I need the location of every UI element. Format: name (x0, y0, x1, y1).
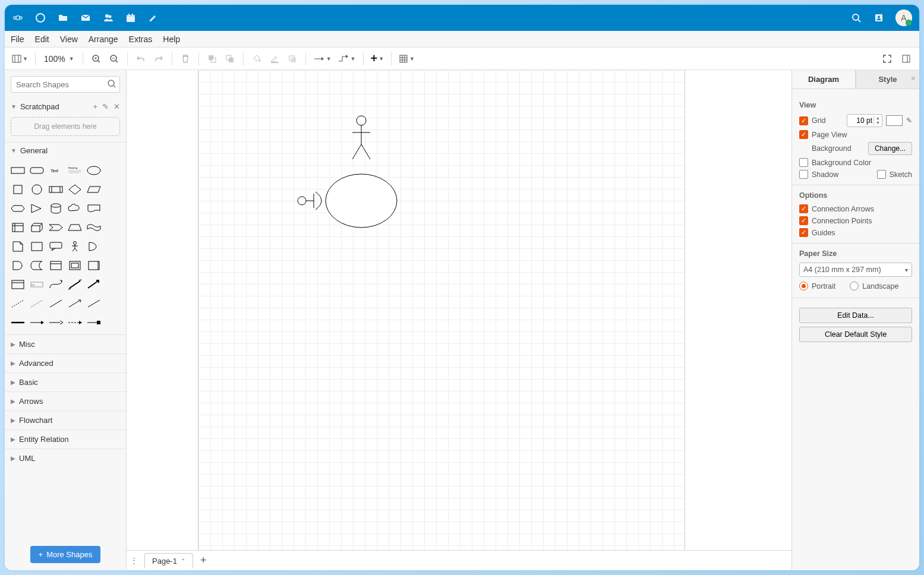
add-icon[interactable]: + (93, 102, 97, 111)
shape-blank8[interactable] (105, 295, 121, 312)
mail-icon[interactable] (80, 12, 92, 24)
shape-blank5[interactable] (105, 238, 121, 255)
shape-dblrect[interactable] (86, 257, 102, 274)
paper-size-select[interactable]: A4 (210 mm x 297 mm)▾ (799, 263, 912, 277)
shape-arrow[interactable] (86, 276, 102, 293)
shape-data-storage[interactable] (29, 257, 45, 274)
close-icon[interactable]: ✕ (113, 102, 120, 111)
to-front-icon[interactable] (204, 50, 220, 67)
menu-file[interactable]: File (11, 34, 24, 44)
shape-card[interactable] (29, 238, 45, 255)
clear-style-button[interactable]: Clear Default Style (799, 327, 912, 342)
conn-points-checkbox[interactable] (799, 216, 808, 225)
grid-color[interactable] (886, 115, 903, 126)
shape-or[interactable] (86, 238, 102, 255)
files-icon[interactable] (57, 12, 69, 24)
category-flowchart[interactable]: ▶Flowchart (5, 410, 126, 429)
view-dropdown[interactable]: ▼ (10, 50, 30, 67)
shape-blank2[interactable] (105, 181, 121, 198)
shape-dotted-line[interactable] (29, 295, 45, 312)
shape-trapezoid[interactable] (67, 219, 83, 236)
shape-hexagon[interactable] (10, 200, 26, 217)
scratchpad-dropzone[interactable]: Drag elements here (11, 117, 120, 136)
shape-triangle[interactable] (29, 200, 45, 217)
shape-list[interactable] (10, 276, 26, 293)
bgcolor-checkbox[interactable] (799, 158, 808, 167)
shape-cloud[interactable] (67, 200, 83, 217)
zoom-in-icon[interactable] (88, 50, 105, 67)
nextcloud-logo-icon[interactable] (12, 12, 24, 24)
grid-checkbox[interactable] (799, 116, 808, 125)
zoom-out-icon[interactable] (106, 50, 122, 67)
table-dropdown[interactable]: ▼ (396, 50, 417, 67)
contacts-menu-icon[interactable] (873, 12, 885, 24)
shape-blank6[interactable] (105, 257, 121, 274)
format-panel-icon[interactable] (898, 50, 914, 67)
shape-hlist[interactable]: List (29, 276, 45, 293)
shape-conn1[interactable] (29, 314, 45, 331)
shape-line-arrow[interactable] (67, 295, 83, 312)
pages-menu-icon[interactable]: ⋮ (127, 556, 141, 565)
line-color-icon[interactable] (266, 50, 283, 67)
avatar[interactable]: A (895, 10, 912, 26)
menu-help[interactable]: Help (163, 34, 180, 44)
shape-line[interactable] (48, 295, 64, 312)
search-shapes-input[interactable] (11, 76, 120, 93)
fill-color-icon[interactable] (248, 50, 265, 67)
shape-container[interactable] (48, 257, 64, 274)
redo-icon[interactable] (150, 50, 167, 67)
calendar-icon[interactable] (125, 12, 137, 24)
edit-data-button[interactable]: Edit Data... (799, 308, 912, 323)
page-tab[interactable]: Page-1⌃ (144, 553, 193, 568)
shape-callout[interactable] (48, 238, 64, 255)
insert-dropdown[interactable]: +▼ (368, 50, 387, 67)
edit-icon[interactable] (147, 12, 159, 24)
dashboard-icon[interactable] (34, 12, 46, 24)
shadow-checkbox[interactable] (799, 170, 808, 179)
shape-bidir-arrow[interactable] (67, 276, 83, 293)
shape-curve[interactable] (48, 276, 64, 293)
shape-process[interactable] (48, 181, 64, 198)
add-page-button[interactable]: + (200, 554, 207, 567)
shape-square[interactable] (10, 181, 26, 198)
category-uml[interactable]: ▶UML (5, 448, 126, 467)
shape-cube[interactable] (29, 219, 45, 236)
general-header[interactable]: ▼General (5, 142, 126, 159)
edit-icon[interactable]: ✎ (102, 102, 109, 111)
category-basic[interactable]: ▶Basic (5, 372, 126, 391)
delete-icon[interactable] (177, 50, 194, 67)
shape-line-open[interactable] (86, 295, 102, 312)
more-shapes-button[interactable]: +More Shapes (30, 546, 101, 563)
shape-frame[interactable] (67, 257, 83, 274)
tab-style[interactable]: Style (856, 70, 919, 89)
shape-blank7[interactable] (105, 276, 121, 293)
to-back-icon[interactable] (222, 50, 238, 67)
menu-arrange[interactable]: Arrange (89, 34, 118, 44)
canvas[interactable]: ⋮ Page-1⌃ + (127, 70, 791, 570)
change-background-button[interactable]: Change... (868, 142, 912, 155)
shape-actor[interactable] (67, 238, 83, 255)
search-icon[interactable] (850, 12, 862, 24)
shadow-icon[interactable] (284, 50, 301, 67)
close-panel-icon[interactable]: × (911, 74, 916, 83)
shape-textbox[interactable]: Heading (67, 162, 83, 179)
category-advanced[interactable]: ▶Advanced (5, 353, 126, 372)
shape-conn3[interactable] (67, 314, 83, 331)
shape-text[interactable]: Text (48, 162, 64, 179)
menu-view[interactable]: View (60, 34, 78, 44)
category-entity-relation[interactable]: ▶Entity Relation (5, 429, 126, 448)
shape-internal-storage[interactable] (10, 219, 26, 236)
shape-step[interactable] (48, 219, 64, 236)
scratchpad-header[interactable]: ▼Scratchpad +✎✕ (5, 99, 126, 115)
portrait-radio[interactable] (799, 282, 808, 290)
shape-cylinder[interactable] (48, 200, 64, 217)
guides-checkbox[interactable] (799, 228, 808, 237)
pageview-checkbox[interactable] (799, 130, 808, 139)
shape-blank4[interactable] (105, 219, 121, 236)
fullscreen-icon[interactable] (879, 50, 895, 67)
menu-edit[interactable]: Edit (35, 34, 49, 44)
shape-ellipse[interactable] (86, 162, 102, 179)
category-misc[interactable]: ▶Misc (5, 334, 126, 353)
grid-color-edit-icon[interactable]: ✎ (906, 116, 912, 125)
shape-blank3[interactable] (105, 200, 121, 217)
